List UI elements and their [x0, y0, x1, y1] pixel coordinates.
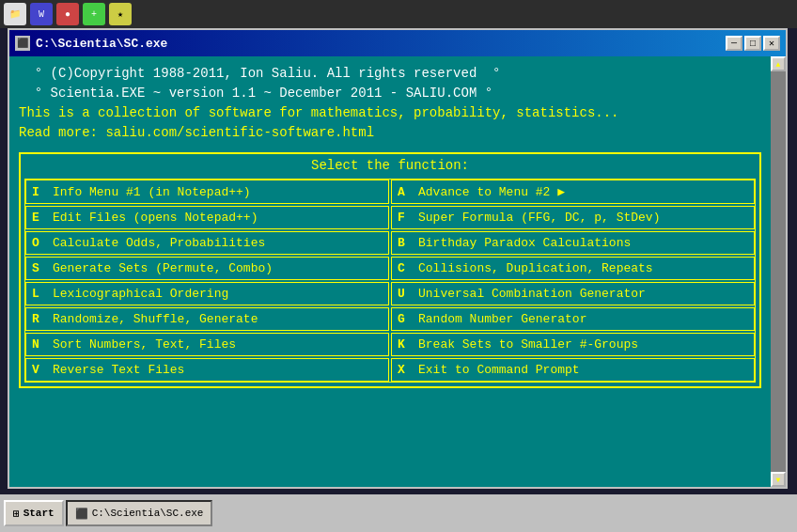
minimize-button[interactable]: ─ [726, 36, 742, 51]
menu-label-4-left: Lexicographical Ordering [53, 287, 383, 301]
taskbar-task[interactable]: ⬛ C:\Scientia\SC.exe [66, 500, 213, 526]
menu-item-right-1[interactable]: FSuper Formula (FFG, DC, p, StDev) [391, 206, 755, 229]
taskbar-icon-5: ★ [109, 3, 132, 25]
menu-item-left-4[interactable]: LLexicographical Ordering [25, 282, 389, 305]
bottom-taskbar: ⊞ Start ⬛ C:\Scientia\SC.exe [0, 494, 797, 532]
menu-label-2-right: Birthday Paradox Calculations [418, 236, 748, 250]
menu-key-K: K [398, 337, 411, 352]
main-window: ⬛ C:\Scientia\SC.exe ─ □ ✕ ° (C)Copyrigh… [8, 28, 788, 489]
taskbar-icon-2: W [30, 3, 53, 25]
scroll-up-button[interactable]: ▲ [771, 56, 786, 71]
header-line-2: ° Scientia.EXE ~ version 1.1 ~ December … [19, 84, 776, 103]
menu-item-right-2[interactable]: BBirthday Paradox Calculations [391, 231, 755, 255]
scrollbar[interactable]: ▲ ▼ [771, 56, 786, 487]
taskbar-icon-1: 📁 [4, 3, 26, 25]
close-button[interactable]: ✕ [763, 36, 780, 51]
menu-item-right-4[interactable]: UUniversal Combination Generator [391, 282, 755, 305]
menu-key-U: U [398, 287, 411, 301]
menu-key-S: S [32, 261, 45, 275]
taskbar-icon-3: ● [56, 3, 79, 25]
menu-label-4-right: Universal Combination Generator [418, 287, 748, 301]
menu-item-right-5[interactable]: GRandom Number Generator [391, 307, 755, 331]
menu-key-R: R [32, 312, 45, 326]
menu-item-right-3[interactable]: CCollisions, Duplication, Repeats [391, 257, 755, 280]
menu-key-V: V [32, 363, 45, 377]
header-line-4: Read more: saliu.com/scientific-software… [19, 123, 776, 143]
menu-item-left-2[interactable]: OCalculate Odds, Probabilities [25, 231, 389, 255]
menu-label-1-left: Edit Files (opens Notepad++) [53, 211, 383, 225]
menu-label-7-left: Reverse Text Files [53, 363, 383, 377]
title-bar-left: ⬛ C:\Scientia\SC.exe [15, 36, 167, 51]
menu-label-7-right: Exit to Command Prompt [418, 363, 748, 377]
top-taskbar: 📁 W ● + ★ [0, 0, 797, 28]
menu-key-A: A [398, 185, 411, 199]
menu-key-X: X [398, 363, 411, 377]
header-line-1: ° (C)Copyright 1988-2011, Ion Saliu. All… [19, 64, 776, 84]
task-icon: ⬛ [75, 508, 88, 520]
menu-key-G: G [398, 312, 411, 326]
menu-key-N: N [32, 337, 45, 352]
menu-item-left-1[interactable]: EEdit Files (opens Notepad++) [25, 206, 389, 229]
menu-label-5-right: Random Number Generator [418, 312, 748, 326]
task-label: C:\Scientia\SC.exe [92, 508, 204, 519]
menu-label-5-left: Randomize, Shuffle, Generate [53, 312, 383, 326]
menu-label-6-right: Break Sets to Smaller #-Groups [418, 337, 748, 352]
console-area: ° (C)Copyright 1988-2011, Ion Saliu. All… [9, 56, 786, 487]
title-buttons: ─ □ ✕ [726, 36, 780, 51]
menu-label-2-left: Calculate Odds, Probabilities [53, 236, 383, 250]
menu-label-0-right: Advance to Menu #2 ▶ [418, 184, 748, 199]
header-text: ° (C)Copyright 1988-2011, Ion Saliu. All… [19, 64, 776, 143]
menu-key-O: O [32, 236, 45, 250]
menu-key-B: B [398, 236, 411, 250]
menu-key-E: E [32, 211, 45, 225]
menu-key-I: I [32, 185, 45, 199]
window-icon: ⬛ [15, 36, 30, 51]
menu-grid: IInfo Menu #1 (in Notepad++)AAdvance to … [24, 179, 756, 383]
header-line-3: This is a collection of software for mat… [19, 103, 776, 123]
start-label: Start [23, 508, 55, 519]
menu-label-3-left: Generate Sets (Permute, Combo) [53, 261, 383, 275]
start-icon: ⊞ [13, 508, 20, 520]
menu-label-6-left: Sort Numbers, Text, Files [53, 337, 383, 352]
menu-item-left-5[interactable]: RRandomize, Shuffle, Generate [25, 307, 389, 331]
menu-label-1-right: Super Formula (FFG, DC, p, StDev) [418, 211, 748, 225]
menu-item-left-6[interactable]: NSort Numbers, Text, Files [25, 333, 389, 356]
window-title: C:\Scientia\SC.exe [36, 37, 167, 51]
menu-item-left-7[interactable]: VReverse Text Files [25, 358, 389, 382]
taskbar-icon-4: + [83, 3, 105, 25]
scroll-track [771, 71, 786, 472]
menu-label-3-right: Collisions, Duplication, Repeats [418, 261, 748, 275]
menu-label-0-left: Info Menu #1 (in Notepad++) [53, 185, 383, 199]
menu-key-F: F [398, 211, 411, 225]
maximize-button[interactable]: □ [744, 36, 761, 51]
menu-item-right-6[interactable]: KBreak Sets to Smaller #-Groups [391, 333, 755, 356]
menu-key-L: L [32, 287, 45, 301]
menu-item-right-0[interactable]: AAdvance to Menu #2 ▶ [391, 180, 755, 204]
start-button[interactable]: ⊞ Start [4, 500, 64, 526]
menu-item-left-0[interactable]: IInfo Menu #1 (in Notepad++) [25, 180, 389, 204]
menu-title: Select the function: [24, 158, 756, 173]
scroll-down-button[interactable]: ▼ [771, 472, 786, 487]
menu-item-right-7[interactable]: XExit to Command Prompt [391, 358, 755, 382]
menu-key-C: C [398, 261, 411, 275]
menu-item-left-3[interactable]: SGenerate Sets (Permute, Combo) [25, 257, 389, 280]
title-bar: ⬛ C:\Scientia\SC.exe ─ □ ✕ [9, 30, 786, 56]
menu-container: Select the function: IInfo Menu #1 (in N… [19, 152, 761, 388]
